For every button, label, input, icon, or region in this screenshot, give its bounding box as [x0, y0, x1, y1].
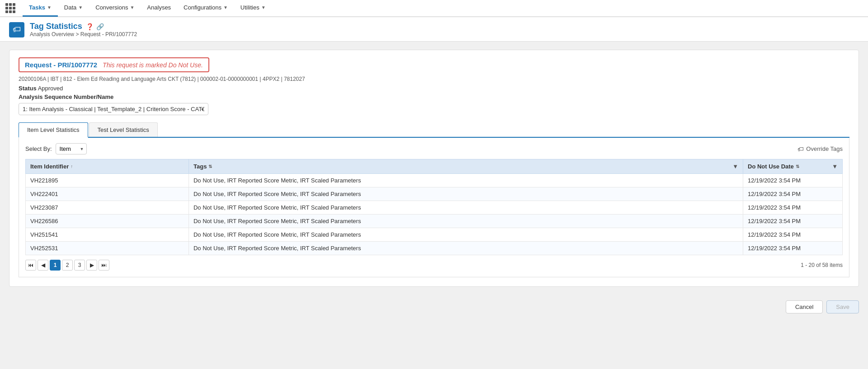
nav-item-conversions[interactable]: Conversions ▼: [89, 0, 141, 17]
table-section: Select By: Item Tag Group 🏷 Override Tag…: [19, 138, 849, 277]
select-by-label: Select By:: [25, 145, 52, 152]
request-title: Request - PRI/1007772: [25, 61, 97, 69]
grid-menu-icon[interactable]: [5, 3, 15, 13]
page-first-button[interactable]: ⏮: [25, 260, 36, 271]
request-header-box: Request - PRI/1007772 This request is ma…: [19, 57, 209, 72]
cell-item-id: VH221895: [26, 174, 189, 187]
tag-icon: 🏷: [9, 22, 24, 37]
select-by-select[interactable]: Item Tag Group: [56, 143, 87, 154]
page-next-button[interactable]: ▶: [86, 260, 97, 271]
cell-item-id: VH222401: [26, 187, 189, 201]
cell-date: 12/19/2022 3:54 PM: [743, 242, 843, 255]
external-link-icon[interactable]: 🔗: [96, 23, 104, 30]
override-tags-button[interactable]: 🏷 Override Tags: [797, 145, 843, 153]
cell-date: 12/19/2022 3:54 PM: [743, 201, 843, 215]
table-row: VH223087 Do Not Use, IRT Reported Score …: [26, 201, 843, 215]
pagination-bar: ⏮ ◀ 1 2 3 ▶ ⏭ 1 - 20 of 58 items: [25, 260, 843, 271]
table-row: VH222401 Do Not Use, IRT Reported Score …: [26, 187, 843, 201]
page-1-button[interactable]: 1: [50, 260, 61, 271]
page-prev-button[interactable]: ◀: [38, 260, 48, 271]
table-row: VH252531 Do Not Use, IRT Reported Score …: [26, 242, 843, 255]
nav-item-analyses[interactable]: Analyses: [141, 0, 177, 17]
cell-tags: Do Not Use, IRT Reported Score Metric, I…: [189, 174, 743, 187]
cancel-button[interactable]: Cancel: [786, 300, 823, 313]
cell-date: 12/19/2022 3:54 PM: [743, 215, 843, 228]
select-by-control: Select By: Item Tag Group: [25, 143, 87, 154]
request-warning: This request is marked Do Not Use.: [103, 61, 203, 69]
col-tags: Tags ⇅ ▼: [189, 159, 743, 174]
nav-item-tasks[interactable]: Tasks ▼: [23, 0, 58, 17]
tags-sort-icon[interactable]: ⇅: [208, 164, 212, 169]
pagination-info: 1 - 20 of 58 items: [801, 262, 843, 268]
table-row: VH221895 Do Not Use, IRT Reported Score …: [26, 174, 843, 187]
tab-item-level-statistics[interactable]: Item Level Statistics: [19, 122, 88, 138]
breadcrumb: Analysis Overview > Request - PRI/100777…: [30, 31, 137, 37]
date-filter-icon[interactable]: ▼: [832, 163, 838, 170]
analysis-select[interactable]: 1: Item Analysis - Classical | Test_Temp…: [19, 103, 208, 115]
nav-item-configurations[interactable]: Configurations ▼: [177, 0, 234, 17]
tags-filter-icon[interactable]: ▼: [732, 163, 738, 170]
request-meta: 20200106A | IBT | 812 - Elem Ed Reading …: [19, 76, 849, 82]
header-text: Tag Statistics ❓ 🔗 Analysis Overview > R…: [30, 22, 137, 37]
request-status: Status Approved: [19, 85, 849, 92]
cell-item-id: VH251541: [26, 228, 189, 242]
col-item-identifier: Item Identifier ↑: [26, 159, 189, 174]
request-card: Request - PRI/1007772 This request is ma…: [9, 50, 859, 287]
page-last-button[interactable]: ⏭: [99, 260, 109, 271]
tag-label-icon: 🏷: [797, 145, 804, 153]
cell-date: 12/19/2022 3:54 PM: [743, 187, 843, 201]
cell-date: 12/19/2022 3:54 PM: [743, 228, 843, 242]
page-title: Tag Statistics ❓ 🔗: [30, 22, 137, 31]
tasks-chevron-icon: ▼: [47, 5, 52, 10]
table-row: VH226586 Do Not Use, IRT Reported Score …: [26, 215, 843, 228]
nav-item-data[interactable]: Data ▼: [58, 0, 89, 17]
nav-items: Tasks ▼ Data ▼ Conversions ▼ Analyses Co…: [23, 0, 272, 17]
cell-tags: Do Not Use, IRT Reported Score Metric, I…: [189, 228, 743, 242]
cell-item-id: VH223087: [26, 201, 189, 215]
page-3-button[interactable]: 3: [74, 260, 85, 271]
cell-tags: Do Not Use, IRT Reported Score Metric, I…: [189, 215, 743, 228]
col-do-not-use-date: Do Not Use Date ⇅ ▼: [743, 159, 843, 174]
item-identifier-sort-icon[interactable]: ↑: [71, 164, 73, 169]
cell-item-id: VH252531: [26, 242, 189, 255]
main-content: Request - PRI/1007772 This request is ma…: [0, 42, 868, 295]
footer-bar: Cancel Save: [0, 295, 868, 319]
save-button[interactable]: Save: [826, 300, 859, 313]
tabs-bar: Item Level Statistics Test Level Statist…: [19, 122, 849, 138]
page-header: 🏷 Tag Statistics ❓ 🔗 Analysis Overview >…: [0, 17, 868, 42]
cell-item-id: VH226586: [26, 215, 189, 228]
data-chevron-icon: ▼: [78, 5, 83, 10]
date-sort-icon[interactable]: ⇅: [796, 164, 799, 169]
table-toolbar: Select By: Item Tag Group 🏷 Override Tag…: [25, 143, 843, 154]
tab-test-level-statistics[interactable]: Test Level Statistics: [89, 122, 158, 137]
table-row: VH251541 Do Not Use, IRT Reported Score …: [26, 228, 843, 242]
items-table: Item Identifier ↑ Tags ⇅ ▼: [25, 159, 843, 255]
breadcrumb-link[interactable]: Analysis Overview: [30, 31, 74, 37]
cell-tags: Do Not Use, IRT Reported Score Metric, I…: [189, 201, 743, 215]
cell-tags: Do Not Use, IRT Reported Score Metric, I…: [189, 187, 743, 201]
pagination-controls: ⏮ ◀ 1 2 3 ▶ ⏭: [25, 260, 109, 271]
configurations-chevron-icon: ▼: [223, 5, 228, 10]
help-icon[interactable]: ❓: [86, 23, 94, 30]
cell-date: 12/19/2022 3:54 PM: [743, 174, 843, 187]
page-2-button[interactable]: 2: [62, 260, 73, 271]
analysis-select-wrapper: 1: Item Analysis - Classical | Test_Temp…: [19, 103, 208, 115]
analysis-label: Analysis Sequence Number/Name: [19, 93, 849, 100]
cell-tags: Do Not Use, IRT Reported Score Metric, I…: [189, 242, 743, 255]
nav-item-utilities[interactable]: Utilities ▼: [234, 0, 272, 17]
conversions-chevron-icon: ▼: [130, 5, 134, 10]
utilities-chevron-icon: ▼: [261, 5, 266, 10]
top-navigation: Tasks ▼ Data ▼ Conversions ▼ Analyses Co…: [0, 0, 868, 17]
